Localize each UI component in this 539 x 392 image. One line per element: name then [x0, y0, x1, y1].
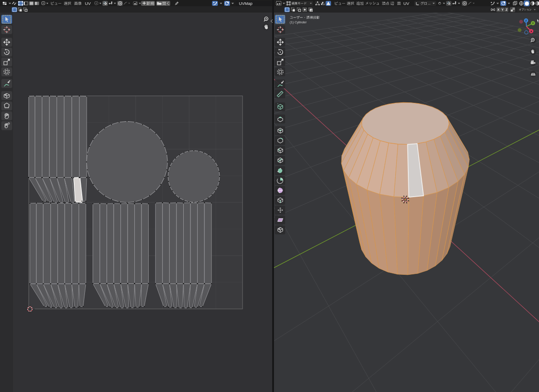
- svg-text:Z: Z: [525, 19, 527, 22]
